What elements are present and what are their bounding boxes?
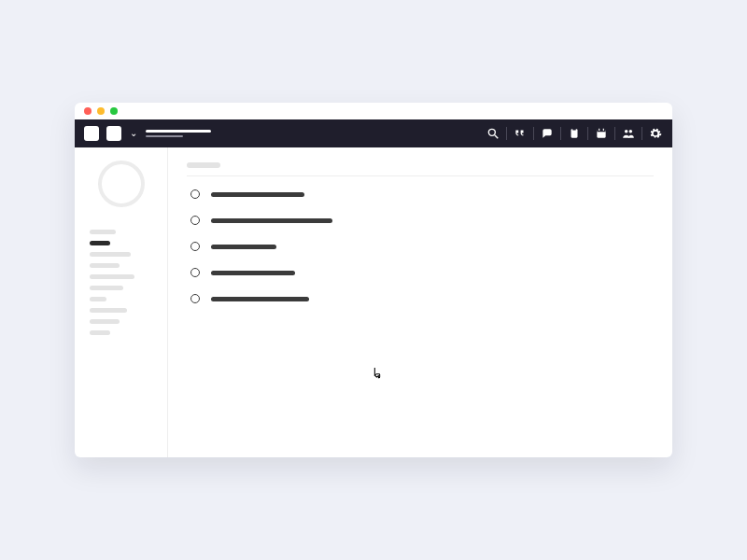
view-toggle-2[interactable]: [106, 126, 121, 141]
svg-point-0: [488, 129, 495, 135]
main-content: [168, 147, 672, 457]
view-toggle-1[interactable]: [84, 126, 99, 141]
svg-line-1: [495, 135, 499, 139]
todo-row-4: [190, 294, 654, 303]
people-icon[interactable]: [621, 126, 636, 141]
sidebar-item-9[interactable]: [90, 330, 110, 335]
close-window-button[interactable]: [84, 107, 92, 115]
todo-row-0: [190, 189, 654, 199]
sidebar-item-1[interactable]: [90, 241, 110, 245]
title-line-1: [146, 130, 211, 133]
todo-label-3: [211, 271, 295, 275]
todo-list: [187, 189, 654, 303]
avatar[interactable]: [98, 161, 145, 207]
svg-point-8: [625, 130, 628, 133]
toolbar-title: [146, 130, 211, 137]
sidebar-item-3[interactable]: [90, 263, 120, 268]
toolbar-actions: [486, 126, 663, 141]
todo-checkbox-0[interactable]: [190, 189, 200, 199]
clipboard-icon[interactable]: [567, 126, 582, 141]
zoom-window-button[interactable]: [110, 107, 118, 115]
todo-checkbox-2[interactable]: [190, 242, 200, 251]
sidebar-item-2[interactable]: [90, 252, 131, 257]
todo-row-2: [190, 242, 654, 251]
chat-icon[interactable]: [540, 126, 555, 141]
sidebar-item-0[interactable]: [90, 230, 116, 234]
sidebar-item-8[interactable]: [90, 319, 120, 324]
calendar-icon[interactable]: [594, 126, 609, 141]
search-icon[interactable]: [486, 126, 500, 141]
todo-label-1: [211, 218, 332, 223]
sidebar: [75, 147, 168, 457]
app-window: ⌄: [75, 103, 672, 457]
window-titlebar: [75, 103, 672, 119]
sidebar-item-5[interactable]: [90, 286, 123, 290]
settings-icon[interactable]: [648, 126, 663, 141]
sidebar-item-6[interactable]: [90, 297, 106, 301]
todo-label-4: [211, 297, 309, 301]
svg-rect-3: [572, 128, 576, 130]
toolbar: ⌄: [75, 119, 672, 147]
sidebar-nav: [86, 230, 156, 335]
todo-label-2: [211, 245, 276, 249]
todo-row-3: [190, 268, 654, 277]
minimize-window-button[interactable]: [97, 107, 105, 115]
todo-checkbox-1[interactable]: [190, 216, 200, 225]
svg-rect-2: [571, 129, 578, 137]
chevron-down-icon[interactable]: ⌄: [129, 129, 138, 138]
todo-label-0: [211, 192, 304, 197]
todo-checkbox-3[interactable]: [190, 268, 200, 277]
sidebar-item-7[interactable]: [90, 308, 127, 313]
divider: [187, 175, 654, 176]
quote-icon[interactable]: [513, 126, 528, 141]
todo-row-1: [190, 216, 654, 225]
page-title: [187, 162, 220, 168]
sidebar-item-4[interactable]: [90, 274, 134, 279]
title-line-2: [146, 135, 183, 137]
svg-point-9: [629, 130, 633, 133]
svg-rect-5: [597, 130, 605, 132]
todo-checkbox-4[interactable]: [190, 294, 200, 303]
